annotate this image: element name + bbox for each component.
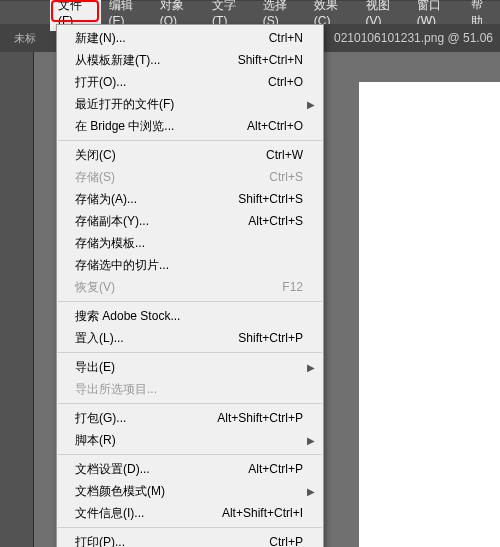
menu-item[interactable]: 打包(G)...Alt+Shift+Ctrl+P (57, 407, 323, 429)
menu-item-label: 打开(O)... (75, 74, 268, 91)
menu-item[interactable]: 存储为模板... (57, 232, 323, 254)
menu-item-shortcut: Ctrl+P (269, 535, 303, 547)
menu-separator (58, 403, 322, 404)
menu-separator (58, 454, 322, 455)
menu-item-label: 置入(L)... (75, 330, 238, 347)
file-menu-dropdown: 新建(N)...Ctrl+N从模板新建(T)...Shift+Ctrl+N打开(… (56, 24, 324, 547)
menu-item[interactable]: 从模板新建(T)...Shift+Ctrl+N (57, 49, 323, 71)
toolbar-label: 未标 (14, 31, 36, 46)
menu-item[interactable]: 文档设置(D)...Alt+Ctrl+P (57, 458, 323, 480)
menu-item-label: 在 Bridge 中浏览... (75, 118, 247, 135)
artboard (359, 82, 500, 547)
menu-item: 存储(S)Ctrl+S (57, 166, 323, 188)
menu-item-label: 导出所选项目... (75, 381, 303, 398)
menu-separator (58, 527, 322, 528)
menu-item-shortcut: Ctrl+W (266, 148, 303, 162)
menu-item[interactable]: 打印(P)...Ctrl+P (57, 531, 323, 547)
document-tab[interactable]: 0210106101231.png @ 51.06 (324, 25, 500, 51)
menu-item-shortcut: Alt+Shift+Ctrl+I (222, 506, 303, 520)
menu-item-label: 恢复(V) (75, 279, 282, 296)
menu-item-label: 新建(N)... (75, 30, 269, 47)
menubar: 文件(F) 编辑(E) 对象(O) 文字(T) 选择(S) 效果(C) 视图(V… (0, 0, 500, 24)
menu-item-shortcut: Shift+Ctrl+S (238, 192, 303, 206)
menu-item-label: 文档设置(D)... (75, 461, 248, 478)
menu-item-shortcut: Shift+Ctrl+N (238, 53, 303, 67)
chevron-right-icon: ▶ (307, 99, 315, 110)
menu-item[interactable]: 文件信息(I)...Alt+Shift+Ctrl+I (57, 502, 323, 524)
menu-separator (58, 140, 322, 141)
chevron-right-icon: ▶ (307, 486, 315, 497)
tools-panel[interactable] (0, 52, 34, 547)
menu-item[interactable]: 搜索 Adobe Stock... (57, 305, 323, 327)
menu-item[interactable]: 新建(N)...Ctrl+N (57, 27, 323, 49)
menu-item-label: 存储副本(Y)... (75, 213, 248, 230)
menu-item-shortcut: F12 (282, 280, 303, 294)
menu-item-label: 打包(G)... (75, 410, 217, 427)
menu-item-label: 存储为(A)... (75, 191, 238, 208)
chevron-right-icon: ▶ (307, 435, 315, 446)
menu-item-label: 存储选中的切片... (75, 257, 303, 274)
menu-item: 导出所选项目... (57, 378, 323, 400)
chevron-right-icon: ▶ (307, 362, 315, 373)
menu-item-shortcut: Ctrl+O (268, 75, 303, 89)
menu-item-label: 从模板新建(T)... (75, 52, 238, 69)
menu-item-label: 存储为模板... (75, 235, 303, 252)
document-tab-wrap: 0210106101231.png @ 51.06 (324, 24, 500, 52)
menu-item: 恢复(V)F12 (57, 276, 323, 298)
menu-item-label: 文件信息(I)... (75, 505, 222, 522)
menu-item-label: 打印(P)... (75, 534, 269, 548)
menu-item[interactable]: 脚本(R)▶ (57, 429, 323, 451)
menu-item[interactable]: 最近打开的文件(F)▶ (57, 93, 323, 115)
menu-item-shortcut: Ctrl+S (269, 170, 303, 184)
menu-item[interactable]: 打开(O)...Ctrl+O (57, 71, 323, 93)
menu-item[interactable]: 存储为(A)...Shift+Ctrl+S (57, 188, 323, 210)
menu-item-shortcut: Alt+Ctrl+P (248, 462, 303, 476)
menu-item[interactable]: 置入(L)...Shift+Ctrl+P (57, 327, 323, 349)
menu-item-shortcut: Alt+Ctrl+O (247, 119, 303, 133)
menu-item-label: 脚本(R) (75, 432, 303, 449)
menu-item-shortcut: Ctrl+N (269, 31, 303, 45)
menu-item-shortcut: Alt+Ctrl+S (248, 214, 303, 228)
menu-item-label: 最近打开的文件(F) (75, 96, 303, 113)
menu-item[interactable]: 在 Bridge 中浏览...Alt+Ctrl+O (57, 115, 323, 137)
menu-item-shortcut: Shift+Ctrl+P (238, 331, 303, 345)
menu-item-shortcut: Alt+Shift+Ctrl+P (217, 411, 303, 425)
menu-item[interactable]: 导出(E)▶ (57, 356, 323, 378)
menu-item[interactable]: 文档颜色模式(M)▶ (57, 480, 323, 502)
menu-item-label: 导出(E) (75, 359, 303, 376)
menu-item-label: 搜索 Adobe Stock... (75, 308, 303, 325)
menu-separator (58, 352, 322, 353)
menu-item[interactable]: 存储副本(Y)...Alt+Ctrl+S (57, 210, 323, 232)
menu-item-label: 存储(S) (75, 169, 269, 186)
menu-item[interactable]: 存储选中的切片... (57, 254, 323, 276)
menu-item-label: 关闭(C) (75, 147, 266, 164)
menu-item[interactable]: 关闭(C)Ctrl+W (57, 144, 323, 166)
menu-separator (58, 301, 322, 302)
menu-item-label: 文档颜色模式(M) (75, 483, 303, 500)
